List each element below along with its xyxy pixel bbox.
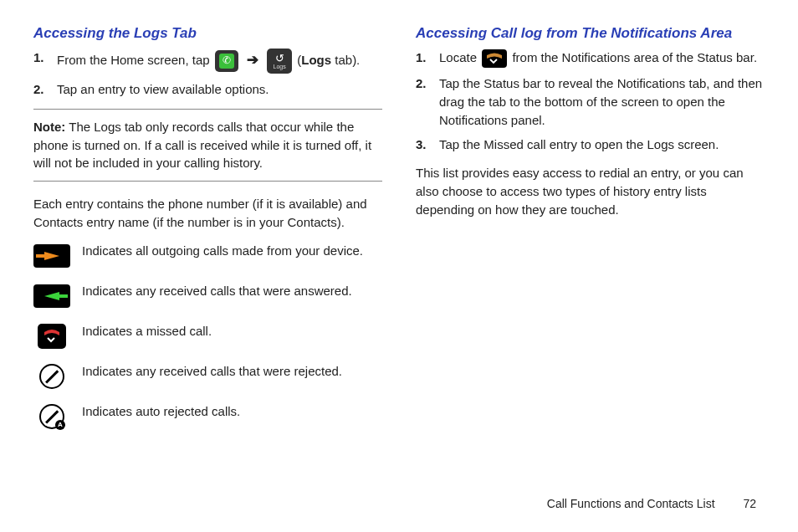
- left-step-2: 2. Tap an entry to view available option…: [57, 80, 382, 99]
- note-box: Note: The Logs tab only records calls th…: [33, 109, 382, 182]
- legend-text: Indicates any received calls that were a…: [82, 284, 352, 298]
- right-step-2: 2. Tap the Status bar to reveal the Noti…: [439, 74, 765, 129]
- logs-tab-icon: ↺ Logs: [267, 49, 292, 74]
- legend-row-outgoing: Indicates all outgoing calls made from y…: [33, 243, 382, 269]
- legend-text: Indicates a missed call.: [82, 324, 212, 338]
- step-text: Tap the Status bar to reveal the Notific…: [439, 76, 762, 127]
- heading-notifications: Accessing Call log from The Notification…: [416, 25, 765, 42]
- note-text: The Logs tab only records calls that occ…: [33, 120, 371, 171]
- step-text-pre: Locate: [439, 50, 480, 64]
- step-number: 3.: [416, 136, 427, 154]
- entry-description: Each entry contains the phone number (if…: [33, 195, 382, 232]
- legend-text: Indicates all outgoing calls made from y…: [82, 243, 363, 258]
- outgoing-call-icon: [33, 243, 70, 269]
- right-paragraph: This list provides easy access to redial…: [416, 164, 765, 218]
- left-step-1: 1. From the Home screen, tap ✆ ➔ ↺ Logs …: [57, 49, 382, 74]
- page-footer: Call Functions and Contacts List 72: [547, 497, 756, 510]
- received-call-icon: [33, 284, 70, 309]
- right-column: Accessing Call log from The Notification…: [416, 25, 765, 444]
- step-text-bold: Logs: [301, 53, 331, 67]
- step-number: 1.: [416, 49, 427, 67]
- right-step-3: 3. Tap the Missed call entry to open the…: [439, 136, 765, 154]
- logs-label: Logs: [274, 64, 286, 69]
- step-text: Tap the Missed call entry to open the Lo…: [439, 137, 719, 151]
- legend-row-auto-rejected: A Indicates auto rejected calls.: [33, 404, 382, 429]
- missed-call-status-icon: [482, 49, 507, 68]
- legend-text: Indicates auto rejected calls.: [82, 404, 240, 418]
- note-label: Note:: [33, 120, 65, 134]
- logs-glyph-icon: ↺: [275, 53, 284, 64]
- legend-row-missed: Indicates a missed call.: [33, 324, 382, 349]
- step-number: 1.: [33, 49, 44, 67]
- phone-app-icon: ✆: [215, 50, 238, 72]
- left-steps-list: 1. From the Home screen, tap ✆ ➔ ↺ Logs …: [33, 49, 382, 99]
- arrow-separator-icon: ➔: [247, 52, 258, 68]
- missed-call-icon: [33, 324, 70, 349]
- right-step-1: 1. Locate from the Notifications area of…: [439, 49, 765, 68]
- auto-rejected-call-icon: A: [33, 404, 70, 429]
- left-column: Accessing the Logs Tab 1. From the Home …: [33, 25, 382, 444]
- step-number: 2.: [416, 74, 427, 93]
- step-text: Tap an entry to view available options.: [57, 82, 269, 96]
- step-text-post: from the Notifications area of the Statu…: [512, 50, 757, 64]
- step-text-pre: From the Home screen, tap: [57, 53, 213, 67]
- step-text-close: tab).: [331, 53, 360, 67]
- phone-handset-icon: ✆: [219, 54, 234, 69]
- legend-row-rejected: Indicates any received calls that were r…: [33, 364, 382, 389]
- auto-badge-icon: A: [55, 420, 65, 430]
- footer-page-number: 72: [743, 497, 756, 510]
- page-columns: Accessing the Logs Tab 1. From the Home …: [33, 25, 765, 444]
- step-number: 2.: [33, 80, 44, 99]
- legend-text: Indicates any received calls that were r…: [82, 364, 342, 378]
- rejected-call-icon: [33, 364, 70, 389]
- right-steps-list: 1. Locate from the Notifications area of…: [416, 49, 765, 154]
- legend-row-received: Indicates any received calls that were a…: [33, 284, 382, 309]
- heading-logs-tab: Accessing the Logs Tab: [33, 25, 382, 42]
- footer-section: Call Functions and Contacts List: [547, 497, 715, 510]
